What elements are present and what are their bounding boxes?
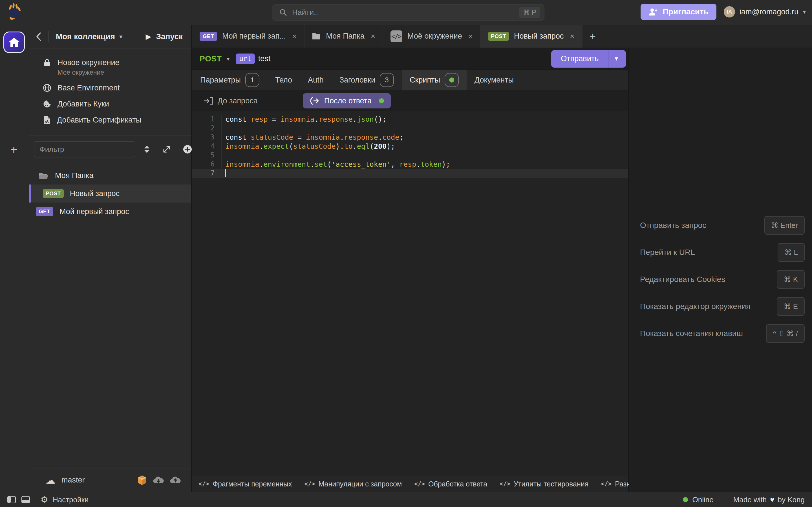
filter-input[interactable] <box>34 141 135 158</box>
script-tab-after-response[interactable]: После ответа <box>303 93 391 108</box>
code-token: expect <box>263 142 289 151</box>
code-line[interactable]: 2 <box>192 124 628 133</box>
green-dot-icon <box>379 98 384 103</box>
chevron-down-icon: ▾ <box>119 33 122 40</box>
close-tab-icon[interactable]: × <box>292 32 297 41</box>
tab-strip: GETМой первый зап...×Моя Папка×</>Моё ок… <box>192 25 812 48</box>
sidebar-item-cookies[interactable]: Добавить Куки <box>29 96 191 112</box>
search-input[interactable] <box>292 8 519 17</box>
environment-item-label: Новое окружение <box>57 58 119 67</box>
send-options-caret[interactable]: ▼ <box>608 50 626 68</box>
shortcut-label: Показать сочетания клавиш <box>640 329 743 338</box>
snippet-утилиты[interactable]: </>Утилиты тестирования <box>500 480 589 488</box>
snippet-обработка[interactable]: </>Обработка ответа <box>414 480 487 488</box>
invite-button[interactable]: Пригласить <box>641 4 716 20</box>
tree-request[interactable]: GETМой первый запрос <box>29 203 191 221</box>
online-status[interactable]: Online <box>683 496 714 504</box>
tab-label: Моя Папка <box>326 32 364 41</box>
certificate-icon <box>43 116 51 125</box>
app-logo-icon[interactable] <box>6 3 22 20</box>
script-tab-pre-request[interactable]: До запроса <box>201 93 260 108</box>
line-number: 2 <box>192 124 222 133</box>
pre-request-icon <box>204 97 213 105</box>
sidebar-item-certificates[interactable]: Добавить Сертификаты <box>29 112 191 128</box>
add-circle-button[interactable] <box>183 145 192 154</box>
close-tab-icon[interactable]: × <box>371 32 375 41</box>
count-badge: 3 <box>380 73 394 87</box>
cloud-down-icon <box>153 476 164 485</box>
send-button[interactable]: Отправить ▼ <box>551 50 626 68</box>
cloud-up-icon <box>170 476 181 485</box>
shortcut-keys: ⌘ K <box>777 270 805 289</box>
code-line[interactable]: 3const statusCode = insomnia.response.co… <box>192 133 628 142</box>
settings-button[interactable]: ⚙ Настройки <box>41 496 89 504</box>
panel-toggles <box>7 496 29 503</box>
snippet-манипуляции[interactable]: </>Манипуляции с запросом <box>305 480 402 488</box>
request-tab-параметры[interactable]: Параметры1 <box>192 69 267 91</box>
run-collection-button[interactable]: ▶ Запуск <box>146 32 183 41</box>
collection-name-dropdown[interactable]: Моя коллекция ▾ <box>56 32 122 41</box>
code-token: . <box>353 142 357 151</box>
tab-моя-папка[interactable]: Моя Папка× <box>305 25 383 48</box>
request-tab-скрипты[interactable]: Скрипты <box>402 69 467 91</box>
sidebar-item-base-environment[interactable]: Base Environment <box>29 80 191 96</box>
method-dropdown[interactable]: POST ▾ <box>200 54 230 63</box>
status-bar: ⚙ Настройки Online Made with ♥ by Kong <box>0 492 812 507</box>
line-number: 5 <box>192 151 222 160</box>
by-kong-label: by Kong <box>778 496 805 504</box>
request-tab-тело[interactable]: Тело <box>267 69 300 91</box>
globe-icon <box>43 83 51 92</box>
cloud-up-button[interactable] <box>170 476 181 485</box>
shortcut-label: Показать редактор окружения <box>640 302 750 311</box>
script-editor[interactable]: 1const resp = insomnia.response.json();2… <box>192 111 628 476</box>
filter-actions <box>143 145 192 154</box>
sort-button[interactable] <box>143 145 151 154</box>
search-shortcut-chip: ⌘ P <box>519 7 540 18</box>
made-with-kong: Made with ♥ by Kong <box>733 496 805 504</box>
back-button[interactable] <box>36 32 42 41</box>
home-button[interactable] <box>3 32 25 53</box>
tab-новый-запрос[interactable]: POSTНовый запрос× <box>481 25 582 48</box>
shortcut-keys: ^ ⇧ ⌘ / <box>766 324 805 343</box>
avatar: IA <box>724 6 735 17</box>
code-token: ); <box>442 160 450 168</box>
account-menu[interactable]: IA iam@romagod.ru ▾ <box>724 6 806 17</box>
expand-button[interactable] <box>162 145 171 154</box>
tab-мой-первый-зап-[interactable]: GETМой первый зап...× <box>192 25 305 48</box>
close-tab-icon[interactable]: × <box>570 32 574 41</box>
url-input[interactable]: test <box>258 54 552 63</box>
snippet-фрагменты[interactable]: </>Фрагменты переменных <box>199 480 292 488</box>
tree-folder[interactable]: Моя Папка <box>29 166 191 184</box>
shortcut-hint-row: Показать редактор окружения⌘ E <box>640 297 805 316</box>
sidebar-header: Моя коллекция ▾ ▶ Запуск <box>29 25 191 48</box>
git-sync-bar[interactable]: ☁ master <box>29 468 191 492</box>
made-with-label: Made with <box>733 496 767 504</box>
global-search[interactable]: ⌘ P <box>272 4 545 20</box>
request-tab-заголовки[interactable]: Заголовки3 <box>332 69 402 91</box>
add-workspace-button[interactable]: + <box>0 143 28 157</box>
toggle-sidebar-icon[interactable] <box>7 496 16 503</box>
account-email: iam@romagod.ru <box>740 8 799 16</box>
toggle-bottom-panel-icon[interactable] <box>21 496 30 503</box>
close-tab-icon[interactable]: × <box>468 32 473 41</box>
shortcut-hint-row: Перейти к URL⌘ L <box>640 243 805 262</box>
top-bar: ⌘ P Пригласить IA iam@romagod.ru ▾ <box>0 0 812 24</box>
shortcut-keys: ⌘ E <box>777 297 805 316</box>
code-line[interactable]: 5 <box>192 151 628 160</box>
request-tab-auth[interactable]: Auth <box>300 69 332 91</box>
code-line[interactable]: 6insomnia.environment.set('access_token'… <box>192 160 628 169</box>
tab-моё-окружение[interactable]: </>Моё окружение× <box>383 25 481 48</box>
cube-button[interactable] <box>137 475 147 486</box>
code-line[interactable]: 7 <box>192 169 628 178</box>
request-tab-документы[interactable]: Документы <box>467 69 522 91</box>
sidebar-item-active-environment[interactable]: Новое окружениеМоё окружение <box>29 55 191 80</box>
code-line[interactable]: 1const resp = insomnia.response.json(); <box>192 115 628 124</box>
code-line[interactable]: 4insomnia.expect(statusCode).to.eql(200)… <box>192 142 628 151</box>
cloud-down-button[interactable] <box>153 476 164 485</box>
new-tab-button[interactable]: + <box>582 25 603 48</box>
tree-request[interactable]: POSTНовый запрос <box>29 184 191 203</box>
code-token: ); <box>387 142 395 151</box>
code-token: . <box>259 142 263 151</box>
play-icon: ▶ <box>146 33 151 41</box>
request-label: Новый запрос <box>70 189 119 198</box>
